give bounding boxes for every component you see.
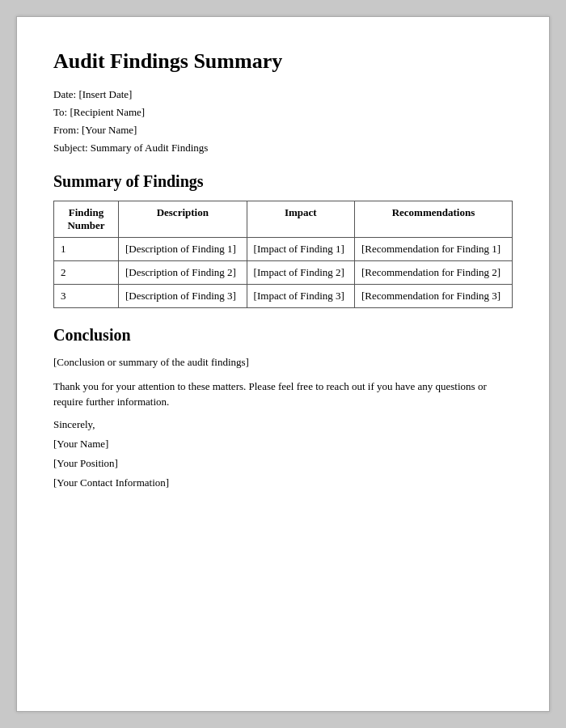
summary-section-title: Summary of Findings bbox=[53, 172, 513, 191]
finding-number: 2 bbox=[54, 261, 119, 285]
main-title: Audit Findings Summary bbox=[53, 49, 513, 74]
table-row: 2[Description of Finding 2][Impact of Fi… bbox=[54, 261, 513, 285]
finding-recommendation: [Recommendation for Finding 1] bbox=[354, 238, 512, 261]
finding-impact: [Impact of Finding 1] bbox=[247, 238, 354, 261]
date-line: Date: [Insert Date] bbox=[53, 88, 513, 101]
findings-table: FindingNumber Description Impact Recomme… bbox=[53, 201, 513, 308]
col-header-impact: Impact bbox=[247, 201, 354, 238]
col-header-description: Description bbox=[119, 201, 247, 238]
finding-impact: [Impact of Finding 3] bbox=[247, 285, 354, 308]
sincerely-line: Sincerely, bbox=[53, 418, 513, 431]
signer-name: [Your Name] bbox=[53, 438, 513, 451]
table-row: 1[Description of Finding 1][Impact of Fi… bbox=[54, 238, 513, 261]
from-line: From: [Your Name] bbox=[53, 124, 513, 137]
closing-text: Thank you for your attention to these ma… bbox=[53, 379, 513, 410]
finding-description: [Description of Finding 1] bbox=[119, 238, 247, 261]
finding-number: 3 bbox=[54, 285, 119, 308]
table-row: 3[Description of Finding 3][Impact of Fi… bbox=[54, 285, 513, 308]
col-header-recommendations: Recommendations bbox=[354, 201, 512, 238]
finding-impact: [Impact of Finding 2] bbox=[247, 261, 354, 285]
to-line: To: [Recipient Name] bbox=[53, 106, 513, 119]
finding-number: 1 bbox=[54, 238, 119, 261]
signer-position: [Your Position] bbox=[53, 457, 513, 470]
finding-recommendation: [Recommendation for Finding 3] bbox=[354, 285, 512, 308]
conclusion-section-title: Conclusion bbox=[53, 326, 513, 345]
finding-description: [Description of Finding 3] bbox=[119, 285, 247, 308]
finding-recommendation: [Recommendation for Finding 2] bbox=[354, 261, 512, 285]
col-header-number: FindingNumber bbox=[54, 201, 119, 238]
conclusion-summary: [Conclusion or summary of the audit find… bbox=[53, 354, 513, 370]
finding-description: [Description of Finding 2] bbox=[119, 261, 247, 285]
signer-contact: [Your Contact Information] bbox=[53, 476, 513, 489]
document-page: Audit Findings Summary Date: [Insert Dat… bbox=[16, 16, 550, 712]
subject-line: Subject: Summary of Audit Findings bbox=[53, 142, 513, 154]
